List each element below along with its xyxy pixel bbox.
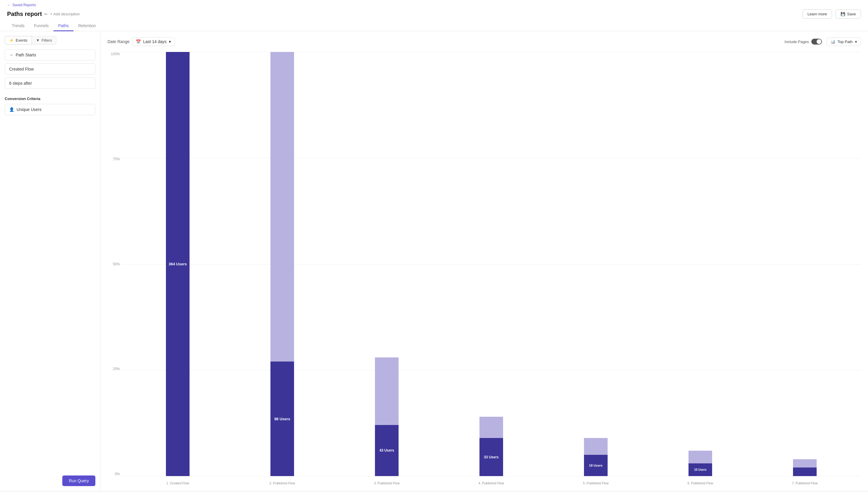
bar-dark-1: 364 Users (166, 52, 190, 476)
x-label-3: 3. Published Flow (337, 479, 437, 485)
sidebar-tabs: ⚡ Events ▼ Filters (5, 36, 95, 45)
y-axis-labels: 0% 25% 50% 75% 100% (107, 52, 120, 476)
main-layout: ⚡ Events ▼ Filters → Path Starts Created… (0, 31, 868, 491)
bar-dark-5: 18 Users (584, 455, 608, 476)
bar-dark-3: 43 Users (375, 425, 399, 476)
page-title: Paths report (7, 10, 42, 18)
bar-label-1: 364 Users (169, 262, 187, 266)
date-range-value: Last 14 days (143, 39, 167, 44)
date-range-label: Date Range (107, 39, 129, 44)
x-label-4: 4. Published Flow (441, 479, 541, 485)
path-starts-item: → Path Starts (5, 49, 95, 60)
sidebar-tab-events[interactable]: ⚡ Events (5, 36, 32, 45)
breadcrumb: ← Saved Reports (7, 0, 861, 8)
conversion-criteria-heading: Conversion Criteria (5, 97, 95, 101)
title-right: Learn more 💾 Save (802, 9, 861, 19)
save-button[interactable]: 💾 Save (836, 9, 861, 19)
title-row: Paths report ✏ + Add description Learn m… (7, 8, 861, 19)
chart-inner: 364 Users 98 Users (122, 52, 861, 476)
bar-group-7 (755, 52, 855, 476)
bar-label-4: 33 Users (484, 455, 499, 459)
top-bar: ← Saved Reports Paths report ✏ + Add des… (0, 0, 868, 31)
bar-dark-7 (793, 468, 817, 476)
bar-stack-1: 364 Users (166, 52, 190, 476)
bar-dark-4: 33 Users (480, 438, 503, 476)
path-type-label: Top Path (838, 40, 853, 44)
right-controls: Include Pages 📊 Top Path ▾ (785, 38, 861, 46)
tab-retention[interactable]: Retention (73, 21, 101, 31)
path-type-selector[interactable]: 📊 Top Path ▾ (827, 38, 861, 46)
bar-light-5 (584, 438, 608, 455)
bar-group-6: 10 Users (650, 52, 750, 476)
tab-funnels[interactable]: Funnels (29, 21, 53, 31)
chart-controls: Date Range 📅 Last 14 days ▾ Include Page… (107, 37, 861, 46)
run-query-button[interactable]: Run Query (62, 475, 95, 486)
add-description-button[interactable]: + Add description (50, 12, 80, 16)
bar-stack-2: 98 Users (270, 52, 294, 476)
bar-light-4 (480, 417, 503, 438)
bar-stack-4: 33 Users (480, 417, 503, 476)
events-tab-label: Events (16, 38, 27, 43)
date-range-selector[interactable]: 📅 Last 14 days ▾ (132, 37, 175, 46)
filters-tab-label: Filters (42, 38, 52, 43)
date-range-control: Date Range 📅 Last 14 days ▾ (107, 37, 175, 46)
filter-icon: ▼ (36, 38, 40, 43)
save-icon: 💾 (841, 12, 845, 16)
bar-stack-3: 43 Users (375, 358, 399, 476)
bar-light-2 (270, 52, 294, 362)
x-label-1: 1. Created Flow (127, 479, 228, 485)
user-icon: 👤 (9, 107, 14, 112)
lightning-icon: ⚡ (9, 38, 14, 43)
bars-container: 364 Users 98 Users (122, 52, 861, 476)
learn-more-button[interactable]: Learn more (802, 9, 832, 19)
x-label-2: 2. Published Flow (232, 479, 333, 485)
x-label-6: 6. Published Flow (650, 479, 750, 485)
include-pages-toggle[interactable] (811, 39, 822, 45)
bar-light-7 (793, 459, 817, 468)
chart-wrapper: 0% 25% 50% 75% 100% (107, 52, 861, 485)
bar-group-5: 18 Users (546, 52, 646, 476)
tab-trends[interactable]: Trends (7, 21, 29, 31)
include-pages-label: Include Pages (785, 40, 809, 44)
chart-area: Date Range 📅 Last 14 days ▾ Include Page… (100, 31, 868, 491)
breadcrumb-parent-link[interactable]: Saved Reports (13, 3, 36, 7)
bar-stack-6: 10 Users (689, 451, 712, 476)
bar-dark-6: 10 Users (689, 463, 712, 476)
y-label-25: 25% (107, 367, 120, 371)
sidebar-footer: Run Query (5, 475, 95, 486)
include-pages-control: Include Pages (785, 39, 822, 45)
save-label: Save (847, 12, 856, 16)
path-starts-label: Path Starts (16, 52, 36, 57)
y-label-50: 50% (107, 262, 120, 266)
bar-label-3: 43 Users (379, 448, 394, 452)
grid-line-0 (122, 476, 861, 476)
tab-paths[interactable]: Paths (53, 21, 73, 31)
bar-light-6 (689, 451, 712, 463)
sidebar-tab-filters[interactable]: ▼ Filters (32, 36, 56, 45)
y-label-100: 100% (107, 52, 120, 56)
created-flow-item: Created Flow (5, 64, 95, 75)
bar-group-4: 33 Users (441, 52, 541, 476)
bar-dark-2: 98 Users (270, 362, 294, 476)
edit-icon[interactable]: ✏ (44, 12, 48, 17)
steps-after-item: 6 steps after (5, 78, 95, 89)
back-arrow-icon: ← (7, 3, 10, 7)
bar-group-2: 98 Users (232, 52, 333, 476)
steps-after-label: 6 steps after (9, 81, 32, 85)
bar-light-3 (375, 358, 399, 425)
chevron-down-icon-path: ▾ (855, 40, 857, 44)
y-label-0: 0% (107, 472, 120, 476)
title-left: Paths report ✏ + Add description (7, 10, 80, 18)
bar-group-1: 364 Users (127, 52, 228, 476)
y-label-75: 75% (107, 157, 120, 161)
created-flow-label: Created Flow (9, 67, 34, 71)
x-label-7: 7. Published Flow (755, 479, 855, 485)
bar-stack-7 (793, 459, 817, 476)
arrow-right-icon: → (9, 52, 13, 57)
chevron-down-icon: ▾ (169, 39, 171, 44)
toggle-knob (817, 39, 821, 44)
bar-chart-icon: 📊 (830, 40, 835, 44)
bar-stack-5: 18 Users (584, 438, 608, 476)
bar-group-3: 43 Users (337, 52, 437, 476)
tabs-row: Trends Funnels Paths Retention (7, 19, 861, 31)
